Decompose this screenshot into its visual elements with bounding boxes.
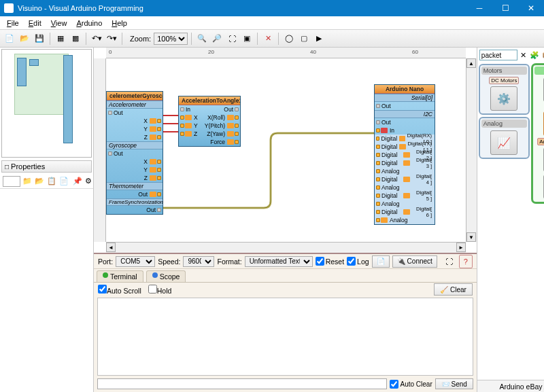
properties-header[interactable]: Properties	[1, 160, 92, 173]
left-panel: Properties 📁 📂 📋 📄 📌 ⚙	[0, 48, 94, 392]
menu-help[interactable]: Help	[107, 18, 131, 29]
component-palette: Motors DC Motors ⚙️ Analog 📈 📦 Packet 📦 …	[477, 63, 544, 380]
ruler-vertical	[94, 58, 106, 242]
port-label: Port:	[98, 257, 113, 266]
speed-select[interactable]: 9600	[183, 256, 214, 267]
minimize-button[interactable]: ─	[466, 0, 492, 16]
status-bar: Arduino eBay Ads:	[477, 380, 544, 392]
send-button[interactable]: 📨 Send	[435, 378, 473, 389]
menu-view[interactable]: View	[47, 18, 71, 29]
prop-btn-1[interactable]: 📁	[22, 175, 33, 188]
undo-button[interactable]: ↶▾	[90, 32, 103, 46]
circle-button[interactable]: ◯	[282, 32, 296, 46]
palette-label-arduino-packet: ArduinoPacket	[537, 138, 544, 145]
footer-ads-label: Arduino eBay Ads:	[499, 382, 544, 391]
format-select[interactable]: Unformatted Text	[245, 256, 313, 267]
menu-edit[interactable]: Edit	[24, 18, 46, 29]
palette-search-input[interactable]	[479, 50, 517, 60]
component-title: celerometerGyroscope1	[107, 92, 163, 101]
menu-arduino[interactable]: Arduino	[72, 18, 106, 29]
delete-button[interactable]: ✕	[261, 32, 275, 46]
serial-expand-button[interactable]: ⛶	[443, 255, 456, 268]
component-acceleration-to-angle[interactable]: AccelerationToAngle1 InOut XX(Roll) YY(P…	[178, 96, 241, 147]
serial-toolbar: Port: COM5 (U Speed: 9600 Format: Unform…	[94, 254, 477, 269]
serial-input-row: Auto Clear 📨 Send	[94, 377, 477, 392]
open-button[interactable]: 📂	[18, 32, 31, 46]
titlebar: Visuino - Visual Arduino Programming ─ ☐…	[0, 0, 544, 16]
port-select[interactable]: COM5 (U	[116, 256, 155, 267]
menu-file[interactable]: File	[3, 18, 23, 29]
log-checkbox[interactable]: Log	[347, 257, 369, 266]
prop-pin-button[interactable]: 📌	[72, 175, 83, 188]
design-canvas-wrap: 0 20 40 60 celerometerGyroscope1 Acceler…	[94, 48, 477, 253]
properties-filter[interactable]	[3, 176, 20, 187]
palette-btn-2[interactable]: 📦	[541, 50, 544, 60]
app-icon	[4, 3, 14, 13]
palette-icon-analog[interactable]: 📈	[490, 130, 517, 155]
serial-tabs: Terminal Scope	[94, 269, 477, 283]
center-panel: 0 20 40 60 celerometerGyroscope1 Acceler…	[94, 48, 477, 392]
component-arduino-nano[interactable]: Arduino Nano Serial[0] Out I2C Out In Di…	[374, 84, 435, 225]
tab-terminal[interactable]: Terminal	[97, 270, 143, 282]
hold-checkbox[interactable]: Hold	[148, 285, 172, 295]
overview-panel[interactable]	[1, 49, 92, 158]
close-button[interactable]: ✕	[518, 0, 544, 16]
connect-button[interactable]: 🔌 Connect	[392, 255, 437, 268]
format-label: Format:	[217, 257, 241, 266]
component-accelerometer-gyroscope[interactable]: celerometerGyroscope1 Accelerometer Out …	[106, 91, 163, 215]
snap-button[interactable]: ▦	[54, 32, 67, 46]
menubar: File Edit View Arduino Help	[0, 16, 544, 30]
canvas-scrollbar-v[interactable]: ▲▼	[466, 58, 477, 242]
save-button[interactable]: 💾	[33, 32, 46, 46]
serial-input-field[interactable]	[97, 378, 387, 389]
properties-panel: Properties 📁 📂 📋 📄 📌 ⚙	[0, 159, 93, 392]
component-title: Arduino Nano	[375, 85, 435, 94]
upload-button[interactable]: ▶	[312, 32, 326, 46]
design-canvas[interactable]: celerometerGyroscope1 Accelerometer Out …	[106, 58, 466, 242]
serial-help-button[interactable]: ?	[459, 255, 473, 268]
autoclear-checkbox[interactable]: Auto Clear	[390, 378, 432, 389]
tab-scope[interactable]: Scope	[146, 270, 186, 282]
palette-label-packet: Packet	[534, 103, 544, 110]
canvas-scrollbar-h[interactable]: ◄►	[106, 242, 466, 253]
reset-checkbox[interactable]: Reset	[316, 257, 344, 266]
zoom-in-button[interactable]: 🔍	[195, 32, 209, 46]
zoom-label: Zoom:	[130, 35, 151, 43]
redo-button[interactable]: ↷▾	[105, 32, 118, 46]
palette-group-selected[interactable]: 📦 Packet 📦 ArduinoPacket 📦 📦	[532, 64, 544, 203]
speed-label: Speed:	[158, 257, 180, 266]
clear-button[interactable]: 🧹 Clear	[434, 283, 473, 296]
palette-group-analog[interactable]: Analog 📈	[479, 117, 530, 159]
window-title: Visuino - Visual Arduino Programming	[18, 4, 143, 12]
zoom-fit-button[interactable]: ⛶	[225, 32, 239, 46]
prop-btn-4[interactable]: 📄	[58, 175, 69, 188]
terminal-output[interactable]	[97, 298, 473, 376]
palette-icon-motors[interactable]: ⚙️	[490, 86, 517, 111]
properties-toolbar: 📁 📂 📋 📄 📌 ⚙	[0, 174, 93, 189]
palette-search-row: ✕ 🧩 📦 🛠 ▾ ✕	[477, 48, 544, 63]
log-settings-button[interactable]: 📄	[372, 255, 390, 268]
prop-gear-button[interactable]: ⚙	[84, 175, 92, 188]
prop-btn-3[interactable]: 📋	[46, 175, 57, 188]
palette-group-motors[interactable]: Motors DC Motors ⚙️	[479, 64, 530, 115]
right-panel: ✕ 🧩 📦 🛠 ▾ ✕ Motors DC Motors ⚙️ Analog 📈	[477, 48, 544, 392]
prop-btn-2[interactable]: 📂	[34, 175, 45, 188]
zoom-100-button[interactable]: ▣	[240, 32, 254, 46]
square-button[interactable]: ▢	[297, 32, 311, 46]
new-button[interactable]: 📄	[3, 32, 16, 46]
maximize-button[interactable]: ☐	[492, 0, 518, 16]
wire-xyz	[163, 113, 180, 140]
serial-options: Auto Scroll Hold 🧹 Clear	[94, 283, 477, 296]
component-title: AccelerationToAngle1	[179, 96, 240, 105]
grid-button[interactable]: ▩	[69, 32, 82, 46]
search-clear-icon[interactable]: ✕	[519, 50, 528, 60]
autoscroll-checkbox[interactable]: Auto Scroll	[98, 285, 141, 295]
zoom-out-button[interactable]: 🔎	[210, 32, 224, 46]
ruler-horizontal: 0 20 40 60	[106, 48, 466, 58]
serial-panel: Port: COM5 (U Speed: 9600 Format: Unform…	[94, 253, 477, 392]
zoom-select[interactable]: 100%	[154, 33, 188, 45]
palette-btn-1[interactable]: 🧩	[529, 50, 540, 60]
main-toolbar: 📄 📂 💾 ▦ ▩ ↶▾ ↷▾ Zoom: 100% 🔍 🔎 ⛶ ▣ ✕ ◯ ▢…	[0, 30, 544, 48]
palette-item-dc-motors[interactable]: DC Motors	[489, 77, 519, 84]
